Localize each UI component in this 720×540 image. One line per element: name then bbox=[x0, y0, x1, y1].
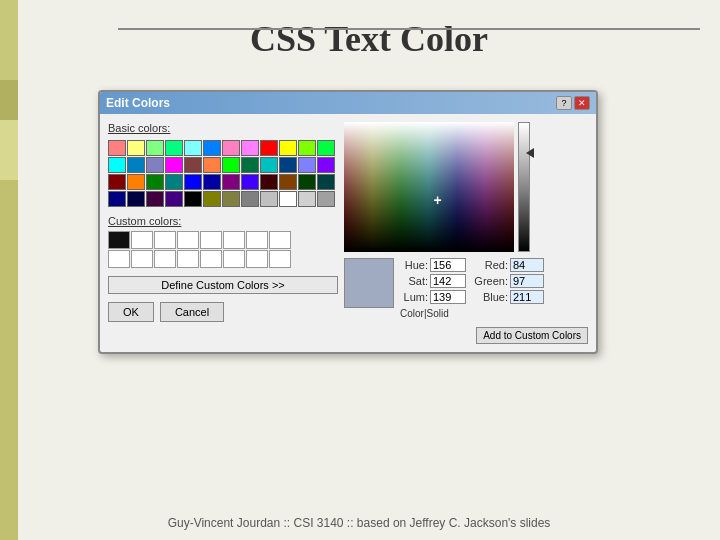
basic-color-cell[interactable] bbox=[298, 140, 316, 156]
cancel-button[interactable]: Cancel bbox=[160, 302, 224, 322]
custom-color-cell[interactable] bbox=[131, 231, 153, 249]
basic-color-cell[interactable] bbox=[222, 140, 240, 156]
basic-color-cell[interactable] bbox=[203, 174, 221, 190]
basic-color-cell[interactable] bbox=[222, 191, 240, 207]
right-column: + Hue: bbox=[344, 122, 588, 344]
green-input[interactable] bbox=[510, 274, 544, 288]
basic-color-cell[interactable] bbox=[241, 157, 259, 173]
basic-color-cell[interactable] bbox=[279, 191, 297, 207]
left-column: Basic colors: Custom colors: Define Cust… bbox=[108, 122, 338, 344]
custom-color-cell[interactable] bbox=[200, 231, 222, 249]
hsl-column: Hue: Sat: Lum: Color|Solid bbox=[400, 258, 466, 319]
basic-color-cell[interactable] bbox=[184, 191, 202, 207]
basic-color-cell[interactable] bbox=[279, 140, 297, 156]
add-to-custom-button[interactable]: Add to Custom Colors bbox=[476, 327, 588, 344]
basic-color-cell[interactable] bbox=[279, 157, 297, 173]
green-label: Green: bbox=[472, 275, 508, 287]
basic-color-cell[interactable] bbox=[127, 157, 145, 173]
basic-color-cell[interactable] bbox=[165, 191, 183, 207]
ok-button[interactable]: OK bbox=[108, 302, 154, 322]
basic-color-cell[interactable] bbox=[184, 174, 202, 190]
color-solid-label: Color|Solid bbox=[400, 308, 466, 319]
basic-color-cell[interactable] bbox=[146, 157, 164, 173]
hue-label: Hue: bbox=[400, 259, 428, 271]
basic-color-cell[interactable] bbox=[108, 174, 126, 190]
brightness-slider[interactable] bbox=[518, 122, 532, 252]
basic-color-cell[interactable] bbox=[298, 191, 316, 207]
basic-color-cell[interactable] bbox=[108, 157, 126, 173]
close-button[interactable]: ✕ bbox=[574, 96, 590, 110]
basic-color-cell[interactable] bbox=[260, 174, 278, 190]
basic-color-cell[interactable] bbox=[184, 140, 202, 156]
basic-color-cell[interactable] bbox=[165, 174, 183, 190]
basic-color-cell[interactable] bbox=[203, 191, 221, 207]
basic-color-cell[interactable] bbox=[165, 140, 183, 156]
custom-color-grid bbox=[108, 231, 338, 268]
basic-color-cell[interactable] bbox=[108, 140, 126, 156]
custom-color-cell[interactable] bbox=[200, 250, 222, 268]
basic-color-cell[interactable] bbox=[127, 174, 145, 190]
basic-color-cell[interactable] bbox=[317, 140, 335, 156]
custom-color-cell[interactable] bbox=[108, 231, 130, 249]
basic-color-cell[interactable] bbox=[203, 157, 221, 173]
custom-color-cell[interactable] bbox=[177, 250, 199, 268]
basic-color-cell[interactable] bbox=[260, 191, 278, 207]
custom-color-cell[interactable] bbox=[246, 231, 268, 249]
basic-color-cell[interactable] bbox=[222, 174, 240, 190]
basic-color-cell[interactable] bbox=[241, 140, 259, 156]
custom-color-cell[interactable] bbox=[108, 250, 130, 268]
custom-color-cell[interactable] bbox=[246, 250, 268, 268]
basic-color-cell[interactable] bbox=[260, 157, 278, 173]
basic-color-cell[interactable] bbox=[165, 157, 183, 173]
basic-color-cell[interactable] bbox=[184, 157, 202, 173]
basic-color-cell[interactable] bbox=[317, 174, 335, 190]
basic-color-cell[interactable] bbox=[241, 191, 259, 207]
basic-color-cell[interactable] bbox=[146, 191, 164, 207]
basic-color-cell[interactable] bbox=[146, 140, 164, 156]
custom-color-cell[interactable] bbox=[269, 250, 291, 268]
lum-input[interactable] bbox=[430, 290, 466, 304]
help-button[interactable]: ? bbox=[556, 96, 572, 110]
custom-color-cell[interactable] bbox=[177, 231, 199, 249]
basic-color-cell[interactable] bbox=[317, 157, 335, 173]
rgb-column: Red: Green: Blue: bbox=[472, 258, 544, 304]
custom-color-cell[interactable] bbox=[154, 250, 176, 268]
lum-row: Lum: bbox=[400, 290, 466, 304]
blue-input[interactable] bbox=[510, 290, 544, 304]
blue-label: Blue: bbox=[472, 291, 508, 303]
custom-color-cell[interactable] bbox=[131, 250, 153, 268]
basic-color-cell[interactable] bbox=[317, 191, 335, 207]
basic-color-cell[interactable] bbox=[127, 191, 145, 207]
top-line bbox=[118, 28, 700, 30]
custom-color-cell[interactable] bbox=[269, 231, 291, 249]
red-input[interactable] bbox=[510, 258, 544, 272]
main-content: CSS Text Color Edit Colors ? ✕ Basic col… bbox=[18, 0, 720, 540]
basic-color-cell[interactable] bbox=[127, 140, 145, 156]
page-title: CSS Text Color bbox=[18, 0, 720, 70]
basic-color-cell[interactable] bbox=[260, 140, 278, 156]
values-row: Hue: Sat: Lum: Color|Solid bbox=[344, 258, 588, 319]
basic-color-cell[interactable] bbox=[222, 157, 240, 173]
basic-color-cell[interactable] bbox=[146, 174, 164, 190]
custom-color-cell[interactable] bbox=[223, 250, 245, 268]
basic-color-cell[interactable] bbox=[298, 174, 316, 190]
red-label: Red: bbox=[472, 259, 508, 271]
custom-color-cell[interactable] bbox=[223, 231, 245, 249]
picker-area: Basic colors: Custom colors: Define Cust… bbox=[108, 122, 588, 344]
basic-color-cell[interactable] bbox=[279, 174, 297, 190]
dialog-body: Basic colors: Custom colors: Define Cust… bbox=[100, 114, 596, 352]
color-spectrum[interactable]: + bbox=[344, 122, 514, 252]
hue-input[interactable] bbox=[430, 258, 466, 272]
lum-label: Lum: bbox=[400, 291, 428, 303]
sat-input[interactable] bbox=[430, 274, 466, 288]
basic-color-cell[interactable] bbox=[108, 191, 126, 207]
basic-color-cell[interactable] bbox=[203, 140, 221, 156]
title-buttons: ? ✕ bbox=[556, 96, 590, 110]
basic-color-grid bbox=[108, 140, 338, 207]
basic-color-cell[interactable] bbox=[241, 174, 259, 190]
svg-rect-2 bbox=[344, 122, 514, 252]
dialog-titlebar: Edit Colors ? ✕ bbox=[100, 92, 596, 114]
basic-color-cell[interactable] bbox=[298, 157, 316, 173]
custom-color-cell[interactable] bbox=[154, 231, 176, 249]
define-custom-colors-button[interactable]: Define Custom Colors >> bbox=[108, 276, 338, 294]
